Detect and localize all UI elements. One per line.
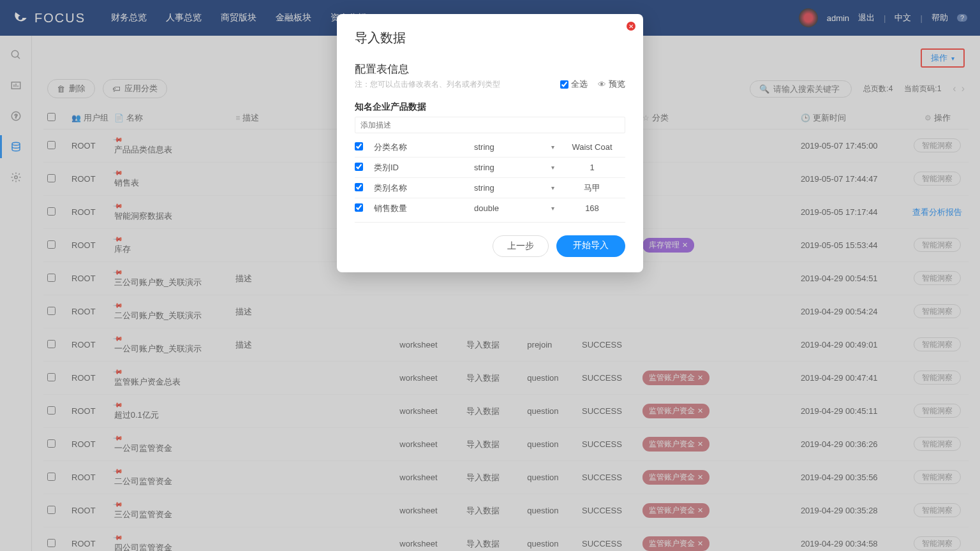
prev-step-button[interactable]: 上一步 <box>493 235 549 257</box>
config-col-checkbox[interactable] <box>355 183 363 191</box>
start-import-button[interactable]: 开始导入 <box>556 235 625 257</box>
config-row: 销售数量 double▾ 168 <box>355 198 625 218</box>
config-col-checkbox[interactable] <box>355 142 363 151</box>
select-all-option[interactable]: 全选 <box>560 78 588 90</box>
modal-subtitle: 配置表信息 <box>355 62 625 77</box>
eye-icon: 👁 <box>598 80 606 89</box>
config-col-type[interactable]: double▾ <box>470 202 559 215</box>
config-table-name[interactable]: 知名企业产品数据 <box>355 101 625 113</box>
modal-title: 导入数据 <box>355 29 625 47</box>
config-col-checkbox[interactable] <box>355 203 363 212</box>
config-desc-input[interactable] <box>355 117 625 133</box>
chevron-down-icon: ▾ <box>551 164 554 171</box>
preview-option[interactable]: 👁预览 <box>598 78 625 90</box>
config-col-name[interactable]: 销售数量 <box>374 203 470 214</box>
config-col-name[interactable]: 类别名称 <box>374 182 470 194</box>
config-row: 分类名称 string▾ Waist Coat <box>355 137 625 158</box>
close-icon[interactable]: ✕ <box>627 22 635 31</box>
config-col-checkbox[interactable] <box>355 163 363 171</box>
config-col-name[interactable]: 类别ID <box>374 162 470 173</box>
config-col-sample: 马甲 <box>559 182 625 194</box>
import-modal: ✕ 导入数据 配置表信息 注：您可以点击修改表名、列名或者列类型 全选 👁预览 … <box>337 14 643 272</box>
config-col-type[interactable]: string▾ <box>470 161 559 174</box>
config-col-type[interactable]: string▾ <box>470 181 559 195</box>
config-col-sample: Waist Coat <box>559 142 625 152</box>
select-all-checkbox[interactable] <box>560 80 568 89</box>
preview-label: 预览 <box>609 78 625 90</box>
config-col-type[interactable]: string▾ <box>470 140 559 154</box>
select-all-label: 全选 <box>571 78 588 90</box>
config-col-sample: 168 <box>559 203 625 213</box>
config-col-name[interactable]: 分类名称 <box>374 142 470 153</box>
config-col-sample: 1 <box>559 163 625 172</box>
config-row: 类别ID string▾ 1 <box>355 158 625 178</box>
chevron-down-icon: ▾ <box>551 184 554 191</box>
config-row: 类别名称 string▾ 马甲 <box>355 178 625 198</box>
chevron-down-icon: ▾ <box>551 143 554 151</box>
chevron-down-icon: ▾ <box>551 205 554 212</box>
